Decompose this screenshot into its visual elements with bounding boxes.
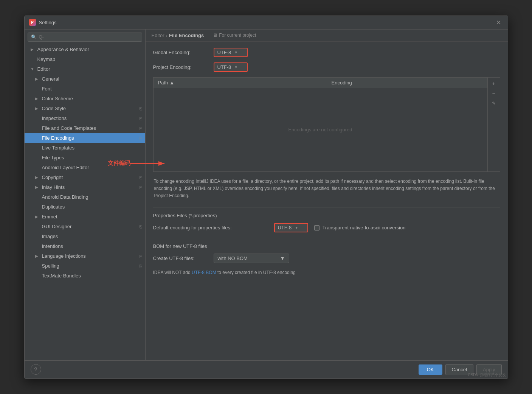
- bom-value: with NO BOM: [218, 255, 248, 261]
- breadcrumb-separator: ›: [166, 33, 167, 38]
- tree-container: ▶Appearance & BehaviorKeymap▼Editor▶Gene…: [25, 45, 145, 281]
- sidebar-copy-icon-language-injections: ⎘: [140, 254, 142, 259]
- sidebar-item-gui-designer[interactable]: GUI Designer⎘: [25, 222, 145, 232]
- path-column-header[interactable]: Path ▲: [158, 80, 332, 86]
- sidebar-item-keymap[interactable]: Keymap: [25, 55, 145, 64]
- sidebar-label-editor: Editor: [37, 66, 142, 72]
- sidebar-label-keymap: Keymap: [37, 56, 142, 62]
- bom-select[interactable]: with NO BOM ▼: [214, 254, 289, 263]
- sidebar-item-duplicates[interactable]: Duplicates: [25, 202, 145, 212]
- sidebar-item-appearance[interactable]: ▶Appearance & Behavior: [25, 45, 145, 55]
- dialog-title: Settings: [39, 20, 494, 25]
- tree-arrow-code-style: ▶: [35, 106, 40, 111]
- properties-encoding-arrow: ▼: [295, 226, 298, 230]
- project-encoding-row: Project Encoding: UTF-8 ▼: [153, 62, 500, 72]
- sidebar-item-file-encodings[interactable]: File Encodings⎘: [25, 133, 145, 143]
- project-encoding-arrow: ▼: [234, 65, 238, 69]
- properties-encoding-label: Default encoding for properties files:: [153, 225, 274, 230]
- sidebar-copy-icon-spelling: ⎘: [140, 264, 142, 268]
- sidebar-item-file-types[interactable]: File Types: [25, 153, 145, 163]
- sidebar-copy-icon-copyright: ⎘: [140, 175, 142, 180]
- bom-section-title: BOM for new UTF-8 files: [153, 243, 500, 249]
- sidebar-label-file-code-templates: File and Code Templates: [42, 125, 138, 131]
- project-encoding-value: UTF-8: [217, 64, 231, 70]
- sidebar-item-inlay-hints[interactable]: ▶Inlay Hints⎘: [25, 182, 145, 192]
- close-button[interactable]: ✕: [494, 18, 503, 27]
- sidebar-item-general[interactable]: ▶General: [25, 74, 145, 84]
- sidebar-item-file-code-templates[interactable]: File and Code Templates⎘: [25, 123, 145, 133]
- tree-arrow-copyright: ▶: [35, 175, 40, 179]
- sidebar-item-textmate-bundles[interactable]: TextMate Bundles: [25, 271, 145, 281]
- sidebar-label-inspections: Inspections: [42, 115, 138, 121]
- idea-note: IDEA will NOT add UTF-8 BOM to every cre…: [153, 268, 500, 277]
- add-encoding-button[interactable]: +: [489, 79, 498, 88]
- properties-section-title: Properties Files (*.properties): [153, 213, 500, 218]
- sidebar-label-intentions: Intentions: [42, 243, 142, 249]
- sidebar: 🔍 ▶Appearance & BehaviorKeymap▼Editor▶Ge…: [25, 30, 146, 360]
- tree-arrow-general: ▶: [35, 77, 40, 81]
- sidebar-item-emmet[interactable]: ▶Emmet: [25, 212, 145, 222]
- transparent-row: Transparent native-to-ascii conversion: [314, 225, 406, 230]
- properties-encoding-select[interactable]: UTF-8 ▼: [274, 223, 308, 232]
- sidebar-label-emmet: Emmet: [42, 214, 142, 220]
- tree-arrow-emmet: ▶: [35, 215, 40, 219]
- edit-encoding-button[interactable]: ✎: [489, 99, 498, 108]
- project-icon: 🖥: [213, 33, 217, 38]
- sidebar-label-font: Font: [42, 86, 142, 92]
- sidebar-copy-icon-inspections: ⎘: [140, 116, 142, 121]
- section-divider-2: [153, 238, 500, 238]
- tree-arrow-color-scheme: ▶: [35, 97, 40, 101]
- search-input[interactable]: [39, 34, 139, 40]
- sidebar-label-color-scheme: Color Scheme: [42, 96, 142, 101]
- sidebar-item-language-injections[interactable]: ▶Language Injections⎘: [25, 251, 145, 261]
- main-content: Editor › File Encodings 🖥 For current pr…: [146, 30, 508, 360]
- global-encoding-select[interactable]: UTF-8 ▼: [214, 48, 248, 57]
- sidebar-item-android-data-binding[interactable]: Android Data Binding: [25, 192, 145, 202]
- info-text: To change encoding IntelliJ IDEA uses fo…: [153, 178, 500, 200]
- global-encoding-value: UTF-8: [217, 50, 231, 55]
- sidebar-item-inspections[interactable]: Inspections⎘: [25, 114, 145, 123]
- sidebar-item-editor[interactable]: ▼Editor: [25, 64, 145, 74]
- sidebar-label-live-templates: Live Templates: [42, 145, 142, 151]
- sidebar-item-copyright[interactable]: ▶Copyright⎘: [25, 173, 145, 182]
- sidebar-label-textmate-bundles: TextMate Bundles: [42, 273, 142, 279]
- project-encoding-label: Project Encoding:: [153, 64, 214, 70]
- encoding-table-main: Path ▲ Encoding Encodings are not config…: [154, 78, 487, 171]
- bom-label: Create UTF-8 files:: [153, 255, 214, 261]
- ok-button[interactable]: OK: [419, 364, 442, 375]
- sidebar-item-code-style[interactable]: ▶Code Style⎘: [25, 104, 145, 114]
- transparent-checkbox[interactable]: [314, 225, 320, 230]
- watermark: CSDN @程序员小发发: [468, 372, 506, 378]
- sidebar-label-file-types: File Types: [42, 155, 142, 160]
- table-body: Encodings are not configured: [154, 88, 487, 171]
- sidebar-copy-icon-file-encodings: ⎘: [140, 136, 142, 140]
- sidebar-item-font[interactable]: Font: [25, 84, 145, 94]
- remove-encoding-button[interactable]: −: [489, 89, 498, 98]
- sidebar-item-intentions[interactable]: Intentions: [25, 241, 145, 251]
- sidebar-item-color-scheme[interactable]: ▶Color Scheme: [25, 94, 145, 104]
- transparent-label: Transparent native-to-ascii conversion: [323, 225, 406, 230]
- for-project: 🖥 For current project: [213, 33, 256, 38]
- bom-arrow: ▼: [280, 255, 285, 261]
- search-box[interactable]: 🔍: [28, 33, 142, 42]
- sidebar-label-inlay-hints: Inlay Hints: [42, 184, 138, 190]
- table-header: Path ▲ Encoding: [154, 78, 487, 88]
- help-button[interactable]: ?: [31, 364, 41, 375]
- settings-dialog: P Settings ✕ 🔍 ▶Appearance & BehaviorKey…: [24, 16, 508, 379]
- properties-encoding-row: Default encoding for properties files: U…: [153, 223, 500, 232]
- sidebar-label-android-layout-editor: Android Layout Editor: [42, 165, 142, 170]
- dialog-body: 🔍 ▶Appearance & BehaviorKeymap▼Editor▶Ge…: [25, 30, 508, 360]
- encoding-table-outer: Path ▲ Encoding Encodings are not config…: [153, 77, 500, 172]
- bottom-bar: ? OK Cancel Apply: [25, 360, 508, 378]
- sidebar-label-general: General: [42, 76, 142, 82]
- sidebar-item-spelling[interactable]: Spelling⎘: [25, 261, 145, 271]
- sidebar-item-live-templates[interactable]: Live Templates: [25, 143, 145, 153]
- sidebar-label-file-encodings: File Encodings: [42, 135, 138, 141]
- breadcrumb-parent: Editor: [152, 33, 164, 38]
- project-encoding-select[interactable]: UTF-8 ▼: [214, 62, 248, 72]
- global-encoding-row: Global Encoding: UTF-8 ▼: [153, 48, 500, 57]
- tree-arrow-appearance: ▶: [31, 47, 36, 51]
- sidebar-item-android-layout-editor[interactable]: Android Layout Editor: [25, 163, 145, 173]
- sidebar-item-images[interactable]: Images: [25, 232, 145, 241]
- tree-arrow-inlay-hints: ▶: [35, 185, 40, 189]
